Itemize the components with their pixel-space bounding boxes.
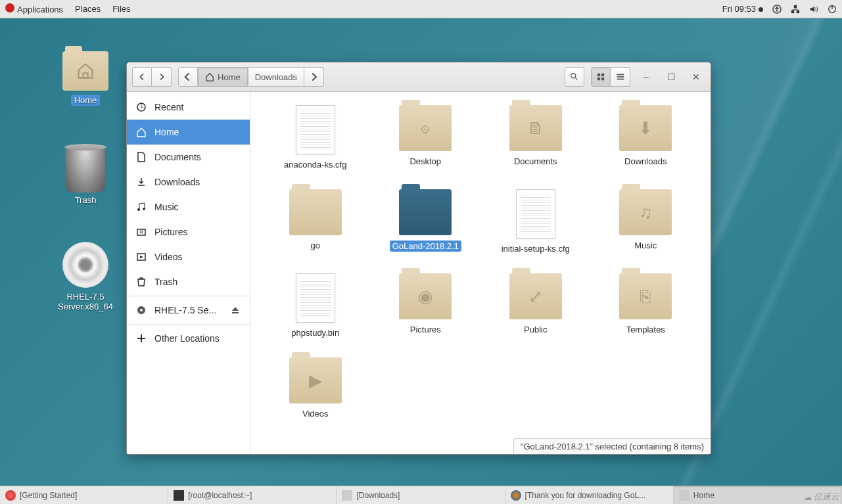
- desktop[interactable]: Home Trash RHEL-7.5 Server.x86_64 Home D…: [0, 18, 842, 486]
- folder-item[interactable]: ▶Videos: [264, 357, 367, 419]
- svg-point-8: [571, 74, 576, 78]
- sidebar-item-other[interactable]: Other Locations: [127, 326, 250, 351]
- sidebar-item-downloads[interactable]: Downloads: [127, 170, 250, 195]
- folder-item[interactable]: ⤢Public: [484, 273, 588, 338]
- folder-item[interactable]: ♫Music: [594, 189, 698, 254]
- top-menu-bar: Applications Places Files Fri 09:53: [0, 0, 842, 18]
- file-item[interactable]: initial-setup-ks.cfg: [484, 189, 588, 254]
- svg-point-19: [143, 208, 145, 210]
- places-menu[interactable]: Places: [75, 4, 101, 14]
- task-firefox[interactable]: [Thank you for downloading GoL...: [505, 486, 674, 504]
- app-icon: [5, 490, 16, 501]
- path-forward-button[interactable]: [304, 67, 324, 87]
- task-downloads[interactable]: [Downloads]: [337, 486, 505, 504]
- svg-rect-10: [597, 74, 600, 76]
- files-menu[interactable]: Files: [112, 4, 130, 14]
- desktop-icon-home[interactable]: Home: [53, 51, 118, 106]
- desktop-icon-label: Trash: [75, 195, 97, 205]
- desktop-icon-label: RHEL-7.5 Server.x86_64: [58, 292, 113, 311]
- back-button[interactable]: [132, 67, 152, 87]
- svg-point-18: [137, 208, 140, 211]
- svg-rect-3: [797, 10, 799, 12]
- redhat-logo-icon: [5, 3, 14, 12]
- search-button[interactable]: [565, 67, 584, 87]
- eject-icon[interactable]: [230, 305, 241, 315]
- file-item[interactable]: anaconda-ks.cfg: [264, 105, 367, 170]
- accessibility-icon[interactable]: [772, 5, 782, 14]
- sidebar-item-documents[interactable]: Documents: [127, 145, 250, 170]
- desktop-icon-trash[interactable]: Trash: [53, 147, 118, 205]
- folder-icon: [342, 490, 352, 501]
- home-icon: [205, 72, 214, 81]
- sidebar-item-home[interactable]: Home: [127, 120, 250, 145]
- svg-rect-20: [137, 229, 145, 235]
- trash-icon: [66, 147, 105, 193]
- power-icon[interactable]: [828, 5, 837, 14]
- svg-rect-13: [601, 78, 604, 80]
- file-item[interactable]: phpstudy.bin: [264, 273, 367, 338]
- cd-icon: [62, 242, 108, 288]
- folder-item[interactable]: go: [264, 189, 367, 254]
- sidebar: Recent Home Documents Downloads Music Pi…: [127, 92, 250, 454]
- folder-item-selected[interactable]: GoLand-2018.2.1: [374, 189, 478, 254]
- svg-rect-12: [597, 78, 600, 80]
- folder-item[interactable]: ⎘Templates: [594, 273, 698, 338]
- sidebar-item-music[interactable]: Music: [127, 195, 250, 219]
- svg-point-24: [140, 309, 143, 311]
- task-terminal[interactable]: [root@localhost:~]: [168, 486, 337, 504]
- applications-menu[interactable]: Applications: [5, 3, 63, 14]
- icon-view-button[interactable]: [591, 67, 611, 87]
- forward-button[interactable]: [152, 67, 172, 87]
- content-area[interactable]: anaconda-ks.cfg ⟐Desktop 🗎Documents ⬇Dow…: [250, 92, 711, 454]
- folder-item[interactable]: 🗎Documents: [484, 105, 588, 170]
- path-segment-downloads[interactable]: Downloads: [248, 67, 304, 87]
- svg-rect-2: [791, 10, 794, 12]
- firefox-icon: [511, 490, 521, 501]
- desktop-icon-label: Home: [71, 95, 101, 106]
- minimize-button[interactable]: –: [639, 70, 653, 84]
- network-icon[interactable]: [791, 5, 800, 14]
- svg-rect-7: [83, 74, 88, 78]
- file-manager-window: Home Downloads – ☐ ✕ Recent Home Documen…: [126, 62, 711, 455]
- folder-icon: [679, 490, 690, 501]
- terminal-icon: [174, 490, 184, 501]
- sidebar-item-trash[interactable]: Trash: [127, 269, 250, 294]
- folder-item[interactable]: ⬇Downloads: [594, 105, 698, 170]
- status-bar: “GoLand-2018.2.1” selected (containing 8…: [513, 438, 711, 454]
- svg-point-21: [140, 231, 143, 233]
- folder-item[interactable]: ◉Pictures: [374, 273, 478, 338]
- path-bar: Home Downloads: [178, 67, 324, 87]
- sidebar-item-recent[interactable]: Recent: [127, 95, 250, 120]
- sidebar-item-videos[interactable]: Videos: [127, 244, 250, 269]
- path-segment-home[interactable]: Home: [198, 67, 248, 87]
- volume-icon[interactable]: [809, 5, 818, 14]
- svg-rect-11: [601, 74, 604, 76]
- svg-rect-4: [794, 5, 797, 7]
- svg-point-1: [776, 7, 778, 9]
- close-button[interactable]: ✕: [689, 70, 703, 84]
- window-toolbar: Home Downloads – ☐ ✕: [127, 62, 711, 92]
- sidebar-item-rhel[interactable]: RHEL-7.5 Se...: [127, 298, 250, 323]
- taskbar: [Getting Started] [root@localhost:~] [Do…: [0, 486, 842, 504]
- list-view-button[interactable]: [611, 67, 630, 87]
- folder-item[interactable]: ⟐Desktop: [374, 105, 478, 170]
- clock[interactable]: Fri 09:53: [722, 4, 763, 14]
- task-home[interactable]: Home: [674, 486, 842, 504]
- svg-line-9: [575, 78, 578, 80]
- desktop-icon-cd[interactable]: RHEL-7.5 Server.x86_64: [53, 242, 118, 311]
- path-back-button[interactable]: [178, 67, 198, 87]
- sidebar-item-pictures[interactable]: Pictures: [127, 219, 250, 244]
- task-getting-started[interactable]: [Getting Started]: [0, 486, 168, 504]
- maximize-button[interactable]: ☐: [664, 70, 678, 84]
